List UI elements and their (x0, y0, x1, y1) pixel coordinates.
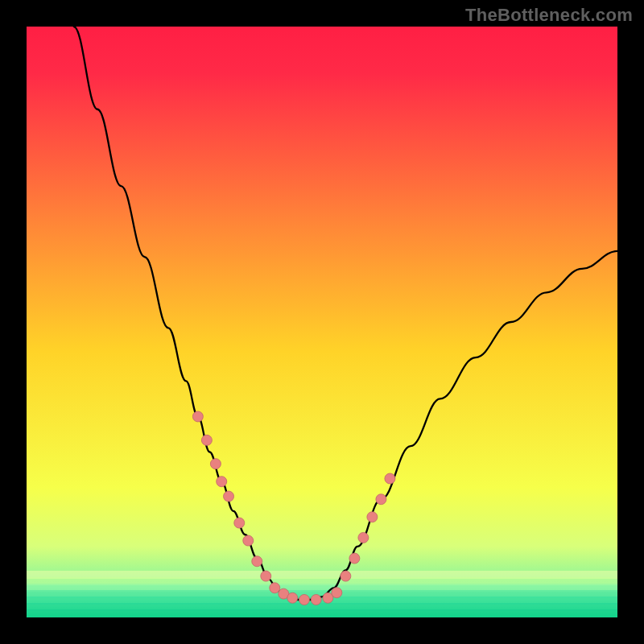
highlight-dot (252, 556, 262, 567)
highlight-dot (192, 411, 203, 422)
highlight-dot (311, 594, 321, 605)
highlight-dot (261, 571, 271, 581)
gradient-background (27, 27, 617, 617)
highlight-dot (201, 435, 212, 445)
chart-plot-area (27, 27, 617, 617)
highlight-dot (332, 588, 342, 598)
highlight-dot (299, 594, 309, 605)
watermark-text: TheBottleneck.com (465, 5, 633, 26)
highlight-dot (270, 583, 280, 593)
highlight-dot (224, 491, 234, 502)
chart-frame: TheBottleneck.com (0, 0, 644, 644)
highlight-dot (385, 473, 395, 484)
highlight-dot (287, 592, 298, 603)
highlight-dot (376, 494, 386, 505)
chart-svg (27, 27, 617, 617)
highlight-dot (234, 518, 245, 528)
highlight-dot (349, 553, 360, 564)
highlight-dot (243, 535, 254, 546)
highlight-dot (358, 532, 369, 543)
highlight-dot (341, 571, 351, 581)
highlight-dot (217, 477, 227, 487)
svg-rect-6 (27, 609, 617, 617)
highlight-dot (367, 512, 378, 522)
highlight-dot (210, 459, 221, 469)
